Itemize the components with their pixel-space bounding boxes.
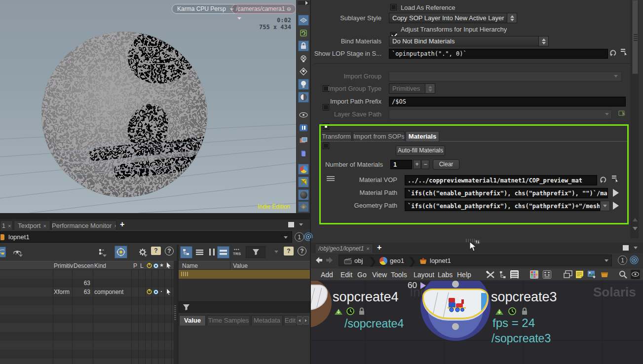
network-pane-maximize-icon[interactable] bbox=[623, 245, 629, 251]
param-scrollbar-down-icon[interactable] bbox=[633, 227, 638, 230]
material-vop-select-icon[interactable] bbox=[611, 175, 619, 184]
tree-row-3-eye-icon[interactable] bbox=[153, 289, 159, 296]
load-as-reference-checkbox[interactable] bbox=[390, 4, 397, 10]
material-vop-revert-icon[interactable] bbox=[600, 176, 607, 184]
param-scrollbar-up-icon[interactable] bbox=[633, 218, 638, 221]
tree-col-kind[interactable]: Kind bbox=[94, 262, 106, 269]
tree-help-icon[interactable]: ? bbox=[165, 247, 174, 255]
details-columns-icon[interactable] bbox=[206, 247, 217, 257]
node-sopcreate3-input-connector[interactable] bbox=[452, 281, 459, 288]
tab-network[interactable]: /obj/geo1/lopnet1× bbox=[315, 244, 373, 253]
toolbar-scroll-top[interactable] bbox=[298, 1, 309, 5]
bind-materials-dropdown[interactable]: Do Not Bind Materials bbox=[389, 36, 549, 46]
op-select-icon[interactable] bbox=[620, 48, 628, 58]
tree-col-descen[interactable]: Descen bbox=[74, 262, 94, 269]
details-tabs-scroll-right-icon[interactable] bbox=[303, 316, 309, 325]
network-new-tab-button[interactable]: + bbox=[377, 243, 381, 252]
pause-display-icon[interactable] bbox=[298, 122, 309, 133]
network-canvas[interactable]: Solaris Indie Edition sopcreate4 /sopcre… bbox=[311, 281, 643, 364]
details-tree-mode-icon[interactable] bbox=[180, 246, 192, 258]
revert-icon[interactable] bbox=[610, 49, 617, 58]
details-filter-bar[interactable] bbox=[179, 301, 310, 313]
pane-menu-icon[interactable] bbox=[299, 223, 303, 226]
tree-snapshot-help-icon[interactable]: ? bbox=[151, 247, 161, 255]
menu-shape-palette-icon[interactable] bbox=[543, 270, 551, 280]
camera-pill[interactable]: /cameras/camera1 ⊖ bbox=[231, 4, 296, 14]
material-path-menu-icon[interactable] bbox=[613, 189, 619, 197]
view-layout-icon[interactable] bbox=[298, 15, 309, 26]
bind-materials-spinner-icon[interactable] bbox=[538, 36, 548, 46]
details-col-name[interactable]: Name bbox=[182, 262, 198, 269]
menu-view[interactable]: View bbox=[372, 271, 387, 279]
tab-materials[interactable]: Materials bbox=[406, 131, 439, 142]
add-material-button[interactable]: + bbox=[413, 160, 421, 169]
details-col-value[interactable]: Value bbox=[233, 262, 248, 269]
breadcrumb-lopnet1[interactable]: lopnet1 bbox=[430, 257, 451, 264]
remove-material-button[interactable]: − bbox=[421, 160, 429, 169]
menu-go[interactable]: Go bbox=[357, 271, 367, 279]
tree-row-3[interactable]: Xform 63 component bbox=[0, 288, 174, 296]
nav-forward-icon[interactable] bbox=[326, 256, 334, 265]
material-path-input[interactable]: `ifs(ch("enable_pathprefix"), chs("pathp… bbox=[405, 188, 608, 198]
details-tab-time-samples[interactable]: Time Samples bbox=[207, 315, 250, 326]
tab-import-from-sops[interactable]: Import from SOPs bbox=[353, 131, 405, 142]
tab-textport[interactable]: Textport× bbox=[14, 220, 50, 230]
geometry-path-dropdown[interactable] bbox=[600, 201, 610, 211]
details-tab-value[interactable]: Value bbox=[179, 315, 206, 326]
details-filter-dropdown-icon[interactable] bbox=[274, 251, 278, 253]
tree-follow-selection-icon[interactable] bbox=[114, 246, 127, 258]
sublayer-style-dropdown[interactable]: Copy SOP Layer Into New Active Layer bbox=[389, 13, 517, 23]
details-tab-metadata[interactable]: Metadata bbox=[251, 315, 283, 326]
left-link-badge[interactable]: 1 bbox=[295, 232, 304, 242]
param-scrollbar[interactable] bbox=[631, 0, 639, 238]
renderer-pill[interactable]: Karma CPU Persp bbox=[172, 4, 239, 14]
menu-background-image-icon[interactable] bbox=[587, 270, 596, 280]
snapshot-gallery-icon[interactable] bbox=[298, 135, 309, 146]
high-quality-lighting-icon[interactable] bbox=[298, 92, 309, 103]
menu-asset-icon[interactable] bbox=[600, 270, 609, 280]
menu-edit[interactable]: Edit bbox=[340, 271, 352, 279]
tree-collapse-icon[interactable] bbox=[97, 247, 108, 257]
dark-sphere-icon[interactable] bbox=[298, 189, 309, 200]
tree-col-l[interactable]: L bbox=[140, 262, 144, 269]
tree-rows[interactable]: 63 Xform 63 component bbox=[0, 270, 174, 364]
tree-col-power-icon[interactable] bbox=[147, 262, 152, 270]
details-rows-icon[interactable] bbox=[217, 246, 229, 258]
nav-back-icon[interactable] bbox=[315, 256, 323, 265]
tab-performance-monitor[interactable]: Performance Monitor× bbox=[51, 220, 116, 230]
tab-transform[interactable]: Transform bbox=[321, 131, 352, 142]
tab-partial-close-icon[interactable]: × bbox=[8, 223, 11, 229]
grid-toggle-icon[interactable] bbox=[298, 201, 309, 212]
details-help-icon[interactable]: ? bbox=[298, 247, 306, 255]
no-lighting-icon[interactable] bbox=[298, 53, 309, 64]
menu-layout[interactable]: Layout bbox=[414, 271, 434, 279]
snapshot-icon[interactable] bbox=[298, 28, 309, 38]
autofill-materials-button[interactable]: Auto-fill Materials bbox=[396, 146, 445, 156]
menu-labs[interactable]: Labs bbox=[438, 271, 453, 279]
import-path-prefix-input[interactable]: /$OS bbox=[389, 97, 626, 107]
tree-gear-icon[interactable] bbox=[137, 247, 148, 257]
viewport-3d[interactable]: Karma CPU Persp /cameras/camera1 ⊖ 0:02 … bbox=[0, 0, 296, 213]
tree-row-3-star-dot[interactable] bbox=[161, 291, 162, 292]
material-palette-icon[interactable] bbox=[298, 148, 309, 159]
menu-hierarchy-icon[interactable] bbox=[499, 271, 506, 280]
breadcrumb-dropdown-icon[interactable] bbox=[605, 259, 608, 262]
menu-visibility-icon[interactable] bbox=[631, 270, 640, 279]
menu-list-icon[interactable] bbox=[510, 270, 519, 279]
details-selected-row[interactable] bbox=[179, 270, 310, 279]
sublayer-style-spinner-icon[interactable] bbox=[507, 13, 517, 23]
menu-tools[interactable]: Tools bbox=[391, 271, 407, 279]
number-of-materials-input[interactable]: 1 bbox=[390, 160, 412, 169]
breadcrumb-obj[interactable]: obj bbox=[354, 257, 363, 264]
left-path-field[interactable]: lopnet1 bbox=[0, 231, 292, 243]
node-sopcreate3-lock-icon[interactable] bbox=[521, 307, 528, 317]
network-link-rings-icon[interactable] bbox=[630, 255, 639, 266]
tree-col-star-icon[interactable]: ★ bbox=[159, 262, 164, 268]
details-filter-icon[interactable] bbox=[246, 246, 265, 258]
node-sopcreate4-lock-icon[interactable] bbox=[358, 307, 365, 317]
tree-col-select-icon[interactable] bbox=[166, 262, 171, 270]
clear-materials-button[interactable]: Clear bbox=[433, 159, 459, 170]
display-options-eye-icon[interactable] bbox=[298, 109, 309, 120]
tab-network-close-icon[interactable]: × bbox=[366, 246, 369, 252]
tree-row-3-power-icon[interactable] bbox=[147, 289, 152, 296]
